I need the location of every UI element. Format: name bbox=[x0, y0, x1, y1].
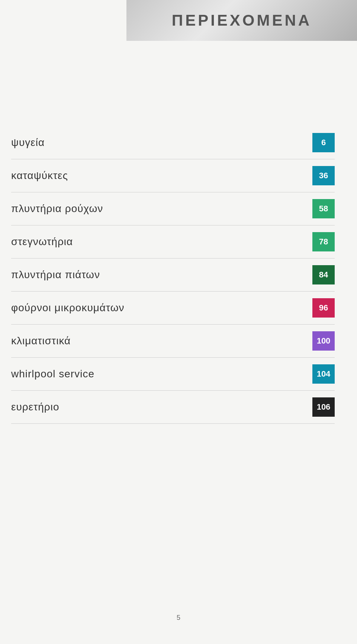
toc-item-label: ψυγεία bbox=[11, 137, 305, 149]
toc-item-page: 100 bbox=[312, 331, 335, 351]
toc-container: ψυγεία6καταψύκτες36πλυντήρια ρούχων58στε… bbox=[0, 126, 357, 424]
toc-item-page: 58 bbox=[312, 199, 335, 218]
toc-item-label: στεγνωτήρια bbox=[11, 236, 305, 248]
toc-item-page: 6 bbox=[312, 133, 335, 152]
toc-item-page: 106 bbox=[312, 397, 335, 417]
toc-item-label: ευρετήριο bbox=[11, 401, 305, 413]
header-banner: ΠΕΡΙΕΧΟΜΕΝΑ bbox=[126, 0, 357, 41]
toc-item[interactable]: πλυντήρια πιάτων84 bbox=[11, 258, 335, 292]
toc-item-page: 78 bbox=[312, 232, 335, 251]
toc-item-page: 36 bbox=[312, 166, 335, 185]
toc-item[interactable]: whirlpool service104 bbox=[11, 358, 335, 391]
toc-item-page: 84 bbox=[312, 265, 335, 284]
toc-item-label: κλιματιστικά bbox=[11, 335, 305, 347]
toc-item[interactable]: φούρνοι μικροκυμάτων96 bbox=[11, 292, 335, 325]
toc-item[interactable]: κλιματιστικά100 bbox=[11, 325, 335, 358]
toc-item[interactable]: ψυγεία6 bbox=[11, 126, 335, 159]
toc-item[interactable]: ευρετήριο106 bbox=[11, 391, 335, 424]
toc-item-label: πλυντήρια πιάτων bbox=[11, 269, 305, 281]
page-title: ΠΕΡΙΕΧΟΜΕΝΑ bbox=[172, 12, 312, 29]
toc-item[interactable]: στεγνωτήρια78 bbox=[11, 225, 335, 258]
toc-item[interactable]: πλυντήρια ρούχων58 bbox=[11, 192, 335, 225]
toc-item-label: καταψύκτες bbox=[11, 170, 305, 182]
toc-item-page: 104 bbox=[312, 364, 335, 384]
toc-item-label: φούρνοι μικροκυμάτων bbox=[11, 302, 305, 314]
toc-item-page: 96 bbox=[312, 298, 335, 318]
toc-item[interactable]: καταψύκτες36 bbox=[11, 159, 335, 192]
toc-item-label: πλυντήρια ρούχων bbox=[11, 203, 305, 215]
toc-item-label: whirlpool service bbox=[11, 368, 305, 380]
page-number: 5 bbox=[177, 614, 180, 622]
